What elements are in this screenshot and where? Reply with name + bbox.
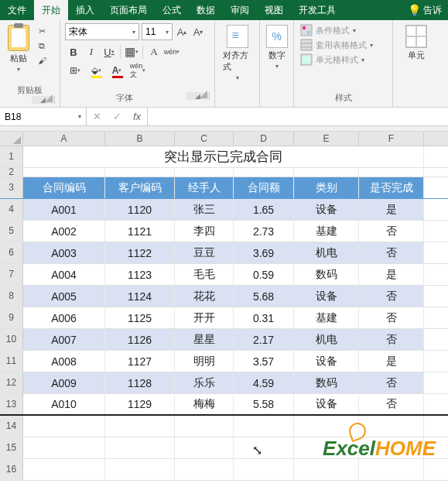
ruby-button[interactable]: wén▾ <box>163 43 180 60</box>
cells-button[interactable]: 单元 <box>402 23 430 63</box>
italic-button[interactable]: I <box>83 43 100 60</box>
cell[interactable]: 0.59 <box>234 264 294 285</box>
cell[interactable]: 基建 <box>294 221 359 242</box>
cell[interactable]: 是 <box>359 351 424 372</box>
cell[interactable] <box>234 437 294 458</box>
cell[interactable] <box>23 459 105 480</box>
cell[interactable]: A009 <box>23 372 105 393</box>
cell[interactable] <box>234 416 294 437</box>
cell[interactable] <box>175 416 234 437</box>
cell[interactable]: 设备 <box>294 286 359 307</box>
row-header[interactable]: 15 <box>0 437 23 458</box>
cell[interactable] <box>294 437 359 458</box>
cell[interactable]: A010 <box>23 394 105 414</box>
tab-dev[interactable]: 开发工具 <box>291 0 344 20</box>
cell[interactable]: 5.58 <box>234 394 294 414</box>
cell-style-button[interactable]: 单元格样式▾ <box>299 53 366 67</box>
row-header[interactable]: 2 <box>0 168 23 177</box>
cell[interactable]: 类别 <box>294 177 359 198</box>
cell[interactable]: A008 <box>23 351 105 372</box>
cell[interactable]: 乐乐 <box>175 372 234 393</box>
select-all-corner[interactable] <box>0 132 23 146</box>
font-expand-button[interactable]: A <box>145 43 162 60</box>
cell[interactable]: 机电 <box>294 242 359 263</box>
row-header[interactable]: 16 <box>0 459 23 480</box>
cell[interactable]: 2.73 <box>234 221 294 242</box>
cell[interactable] <box>294 459 359 480</box>
cell[interactable]: 明明 <box>175 351 234 372</box>
cell[interactable]: 否 <box>359 394 424 414</box>
cell[interactable]: 数码 <box>294 264 359 285</box>
cell[interactable]: 基建 <box>294 307 359 328</box>
row-header[interactable]: 12 <box>0 372 23 393</box>
border-button[interactable]: ▦▾ <box>123 43 140 60</box>
cell[interactable]: 机电 <box>294 329 359 350</box>
cell[interactable]: 李四 <box>175 221 234 242</box>
cell[interactable] <box>105 437 175 458</box>
cell[interactable]: 1129 <box>105 394 175 414</box>
name-box[interactable]: B18▾ <box>0 108 87 125</box>
cell[interactable]: 星星 <box>175 329 234 350</box>
row-header[interactable]: 6 <box>0 242 23 263</box>
cell[interactable]: 客户编码 <box>105 177 175 198</box>
outside-border-button[interactable]: ⊞▾ <box>65 63 85 78</box>
cell[interactable] <box>234 168 294 177</box>
cell[interactable]: 0.31 <box>234 307 294 328</box>
cell[interactable] <box>359 459 424 480</box>
tab-data[interactable]: 数据 <box>189 0 223 20</box>
tell-me[interactable]: 💡 告诉 <box>402 0 448 20</box>
cell[interactable]: 是 <box>359 199 424 220</box>
col-header-A[interactable]: A <box>23 132 105 146</box>
row-header[interactable]: 10 <box>0 329 23 350</box>
cell[interactable]: 1121 <box>105 221 175 242</box>
cell[interactable]: 设备 <box>294 199 359 220</box>
decrease-font-button[interactable]: A▾ <box>191 23 205 40</box>
cell[interactable]: 否 <box>359 221 424 242</box>
cell[interactable]: 梅梅 <box>175 394 234 414</box>
cell[interactable]: A002 <box>23 221 105 242</box>
cell[interactable]: 1122 <box>105 242 175 263</box>
cell[interactable]: 是 <box>359 264 424 285</box>
col-header-C[interactable]: C <box>175 132 234 146</box>
conditional-format-button[interactable]: 条件格式▾ <box>299 23 357 37</box>
tab-review[interactable]: 审阅 <box>223 0 257 20</box>
alignment-button[interactable]: 对齐方式 ▾ <box>220 23 255 83</box>
tab-formula[interactable]: 公式 <box>155 0 189 20</box>
col-header-F[interactable]: F <box>359 132 424 146</box>
dialog-launcher-icon[interactable]: ◢ <box>186 92 210 100</box>
font-name-select[interactable]: 宋体▾ <box>65 23 139 40</box>
cell[interactable] <box>175 168 234 177</box>
cell[interactable] <box>359 168 424 177</box>
row-header[interactable]: 7 <box>0 264 23 285</box>
tab-home[interactable]: 开始 <box>34 0 68 20</box>
cancel-button[interactable]: ✕ <box>87 111 107 122</box>
cell[interactable]: 开开 <box>175 307 234 328</box>
tab-view[interactable]: 视图 <box>257 0 291 20</box>
fx-button[interactable]: fx <box>127 111 147 122</box>
cell[interactable]: 突出显示已完成合同 <box>23 146 424 167</box>
cell[interactable]: A001 <box>23 199 105 220</box>
cell[interactable]: 是否完成 <box>359 177 424 198</box>
cut-button[interactable]: ✂ <box>35 25 49 37</box>
cell[interactable] <box>294 168 359 177</box>
cell[interactable] <box>23 437 105 458</box>
cell[interactable]: 花花 <box>175 286 234 307</box>
cell[interactable]: 经手人 <box>175 177 234 198</box>
cell[interactable]: 数码 <box>294 372 359 393</box>
cell[interactable] <box>294 416 359 437</box>
cell[interactable] <box>175 459 234 480</box>
col-header-D[interactable]: D <box>234 132 294 146</box>
cell[interactable]: A004 <box>23 264 105 285</box>
col-header-B[interactable]: B <box>105 132 175 146</box>
cell[interactable]: 5.68 <box>234 286 294 307</box>
cell[interactable]: 1123 <box>105 264 175 285</box>
cell[interactable]: 1126 <box>105 329 175 350</box>
cell[interactable]: 设备 <box>294 351 359 372</box>
format-painter-button[interactable]: 🖌 <box>35 54 49 67</box>
cell[interactable]: 设备 <box>294 394 359 414</box>
cell[interactable]: 合同额 <box>234 177 294 198</box>
row-header[interactable]: 14 <box>0 416 23 437</box>
row-header[interactable]: 4 <box>0 199 23 220</box>
cell[interactable]: 否 <box>359 307 424 328</box>
row-header[interactable]: 13 <box>0 394 23 414</box>
